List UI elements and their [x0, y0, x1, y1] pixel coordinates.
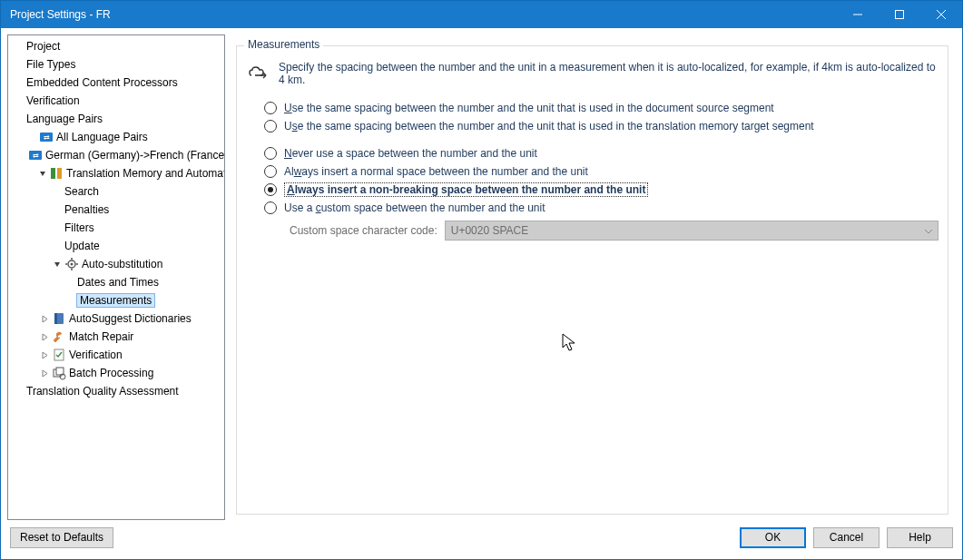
settings-tree[interactable]: ProjectFile TypesEmbedded Content Proces…	[7, 34, 225, 520]
svg-point-11	[71, 263, 74, 266]
arrow-placeholder	[14, 386, 25, 397]
arrow-placeholder	[52, 204, 63, 215]
tree-item-label: Measurements	[76, 293, 155, 308]
radio-indicator	[264, 147, 277, 160]
tree-item-label: Batch Processing	[69, 367, 153, 379]
wrench-icon	[52, 329, 66, 344]
tree-item[interactable]: Batch Processing	[8, 364, 224, 382]
tree-item-label: Project	[26, 40, 60, 53]
arrow-placeholder	[64, 277, 75, 288]
arrow-placeholder	[52, 241, 63, 251]
custom-space-value: U+0020 SPACE	[451, 224, 529, 237]
tree-item-label: German (Germany)->French (France)	[45, 149, 225, 162]
tree-item[interactable]: Verification	[8, 346, 224, 364]
tree-item[interactable]: Verification	[8, 92, 224, 110]
radio-r4[interactable]: Always insert a normal space between the…	[264, 162, 938, 181]
tree-item[interactable]: Filters	[8, 219, 224, 237]
arrow-placeholder	[14, 95, 25, 106]
maximize-button[interactable]	[879, 1, 920, 28]
custom-space-select: U+0020 SPACE	[445, 221, 938, 241]
window-title: Project Settings - FR	[10, 8, 837, 21]
radio-indicator	[264, 165, 277, 178]
tree-item[interactable]: AutoSuggest Dictionaries	[8, 309, 224, 328]
book-icon	[52, 311, 66, 326]
tree-item[interactable]: File Types	[8, 55, 224, 74]
custom-space-label: Custom space character code:	[290, 224, 437, 237]
tree-item[interactable]: Measurements	[8, 291, 224, 309]
batch-icon	[52, 366, 66, 380]
radio-label: Use a custom space between the number an…	[284, 201, 545, 214]
tree-item[interactable]: Project	[8, 37, 224, 55]
tree-item-label: Language Pairs	[26, 113, 103, 125]
tm-icon	[49, 166, 64, 181]
minimize-button[interactable]	[837, 1, 879, 28]
tree-item-label: Embedded Content Processors	[26, 76, 178, 89]
tree-item-label: Match Repair	[69, 330, 133, 343]
radio-r6[interactable]: Use a custom space between the number an…	[264, 199, 938, 217]
radio-indicator	[264, 183, 277, 196]
tree-item[interactable]: Penalties	[8, 201, 224, 219]
arrow-placeholder	[14, 41, 25, 52]
close-button[interactable]	[920, 1, 962, 28]
tree-item[interactable]: Embedded Content Processors	[8, 74, 224, 92]
arrow-placeholder	[14, 113, 25, 124]
radio-indicator	[264, 201, 277, 214]
svg-rect-9	[57, 168, 62, 179]
tree-item[interactable]: Translation Memory and Automated Transla…	[8, 164, 224, 182]
radio-r1[interactable]: Use the same spacing between the number …	[264, 99, 938, 117]
reset-button[interactable]: Reset to Defaults	[10, 527, 113, 548]
arrow-placeholder	[52, 222, 63, 233]
svg-rect-17	[54, 313, 57, 324]
svg-text:⇄: ⇄	[44, 133, 50, 142]
radio-indicator	[264, 120, 277, 133]
radio-r2[interactable]: Use the same spacing between the number …	[264, 117, 938, 135]
spec-text: Specify the spacing between the number a…	[279, 61, 938, 86]
tree-item[interactable]: Translation Quality Assessment	[8, 382, 224, 400]
arrow-right-icon[interactable]	[39, 313, 50, 324]
radio-r3[interactable]: Never use a space between the number and…	[264, 144, 938, 162]
svg-rect-8	[51, 168, 55, 179]
measurements-group: Measurements Specify the spacing between…	[236, 45, 948, 515]
tree-item[interactable]: ⇄German (Germany)->French (France)	[8, 146, 224, 164]
verify-icon	[52, 348, 66, 362]
tree-item-label: Update	[64, 240, 100, 252]
lang-all-icon: ⇄	[39, 130, 54, 144]
tree-item-label: Auto-substitution	[82, 258, 162, 270]
cursor-icon	[562, 333, 578, 356]
radio-label: Use the same spacing between the number …	[284, 120, 814, 133]
tree-item-label: Penalties	[64, 203, 109, 216]
tree-item-label: Verification	[69, 349, 123, 361]
tree-item-label: Translation Quality Assessment	[26, 385, 179, 398]
arrow-placeholder	[26, 132, 37, 142]
arrow-placeholder	[52, 186, 63, 197]
tree-item[interactable]: Search	[8, 182, 224, 201]
tree-item[interactable]: Dates and Times	[8, 273, 224, 291]
arrow-placeholder	[14, 59, 25, 70]
radio-r5[interactable]: Always insert a non-breaking space betwe…	[264, 181, 938, 199]
arrow-down-icon[interactable]	[52, 259, 63, 270]
arrow-placeholder	[64, 295, 75, 306]
tree-item-label: Search	[64, 185, 99, 198]
svg-rect-1	[896, 11, 904, 19]
tree-item[interactable]: Auto-substitution	[8, 255, 224, 273]
arrow-right-icon[interactable]	[39, 368, 50, 378]
radio-indicator	[264, 102, 277, 114]
arrow-down-icon[interactable]	[39, 168, 47, 179]
tree-item-label: File Types	[26, 58, 75, 71]
tree-item[interactable]: Match Repair	[8, 328, 224, 346]
dialog-footer: Reset to Defaults OK Cancel Help	[1, 526, 962, 554]
tree-item-label: Dates and Times	[77, 276, 159, 289]
arrow-right-icon[interactable]	[39, 331, 50, 342]
arrow-right-icon[interactable]	[39, 349, 50, 360]
cancel-button[interactable]: Cancel	[813, 527, 879, 548]
tree-item[interactable]: Language Pairs	[8, 110, 224, 128]
help-button[interactable]: Help	[887, 527, 953, 548]
tree-item[interactable]: Update	[8, 237, 224, 255]
group-legend: Measurements	[244, 38, 323, 51]
chevron-down-icon	[925, 224, 932, 237]
ok-button[interactable]: OK	[740, 527, 806, 548]
gear-icon	[64, 257, 79, 271]
tree-item-label: AutoSuggest Dictionaries	[69, 312, 192, 325]
tree-item[interactable]: ⇄All Language Pairs	[8, 128, 224, 146]
titlebar: Project Settings - FR	[1, 1, 962, 28]
